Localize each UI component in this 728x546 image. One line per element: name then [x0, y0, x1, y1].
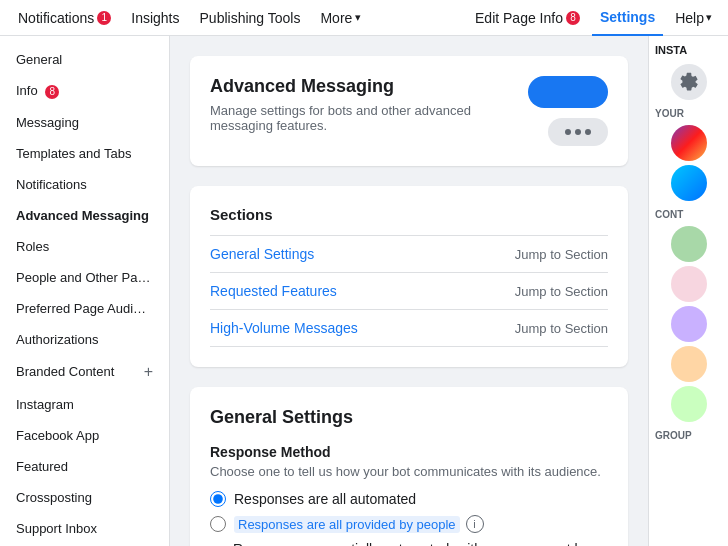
main-content: Advanced Messaging Manage settings for b…	[170, 36, 648, 546]
group-label: GROUP	[649, 426, 728, 443]
nav-publishing-tools[interactable]: Publishing Tools	[190, 0, 311, 36]
right-panel: INSTA YOUR CONT GROUP	[648, 36, 728, 546]
sidebar-item-branded-content[interactable]: Branded Content +	[0, 355, 169, 389]
section-link-requested[interactable]: Requested Features	[210, 283, 337, 299]
advanced-messaging-desc: Manage settings for bots and other advan…	[210, 103, 528, 133]
settings-label: Settings	[600, 9, 655, 25]
section-row-highvolume: High-Volume Messages Jump to Section	[210, 309, 608, 347]
your-label: YOUR	[649, 104, 728, 121]
jump-link-highvolume[interactable]: Jump to Section	[515, 321, 608, 336]
plus-icon: +	[144, 363, 153, 381]
advanced-messaging-title: Advanced Messaging	[210, 76, 528, 97]
avatar-cont2	[671, 266, 707, 302]
branded-content-label: Branded Content	[16, 364, 114, 379]
avatar-cont3	[671, 306, 707, 342]
nav-edit-page-info[interactable]: Edit Page Info 8	[467, 0, 588, 36]
sidebar-item-preferred-audience[interactable]: Preferred Page Audience	[0, 293, 169, 324]
advanced-messaging-card: Advanced Messaging Manage settings for b…	[190, 56, 628, 166]
nav-settings[interactable]: Settings	[592, 0, 663, 36]
edit-page-info-label: Edit Page Info	[475, 10, 563, 26]
sidebar-item-authorizations[interactable]: Authorizations	[0, 324, 169, 355]
sidebar-item-crossposting[interactable]: Crossposting	[0, 482, 169, 513]
sidebar-item-advanced-messaging[interactable]: Advanced Messaging	[0, 200, 169, 231]
avatar-cont1	[671, 226, 707, 262]
nav-notifications[interactable]: Notifications 1	[8, 0, 121, 36]
sidebar-item-instagram[interactable]: Instagram	[0, 389, 169, 420]
sidebar-item-info[interactable]: Info 8	[0, 75, 169, 107]
sections-title: Sections	[210, 206, 608, 223]
section-link-highvolume[interactable]: High-Volume Messages	[210, 320, 358, 336]
avatar-gear	[671, 64, 707, 100]
radio-automated-label: Responses are all automated	[234, 491, 416, 507]
section-row-general: General Settings Jump to Section	[210, 235, 608, 272]
response-method-desc: Choose one to tell us how your bot commu…	[210, 464, 608, 479]
general-settings-title: General Settings	[210, 407, 608, 428]
help-label: Help	[675, 10, 704, 26]
chevron-down-icon: ▾	[355, 11, 361, 24]
notifications-badge: 1	[97, 11, 111, 25]
cont-label: CONT	[649, 205, 728, 222]
nav-help[interactable]: Help ▾	[667, 0, 720, 36]
section-row-requested: Requested Features Jump to Section	[210, 272, 608, 309]
dot1	[565, 129, 571, 135]
sidebar-item-featured[interactable]: Featured	[0, 451, 169, 482]
radio-people[interactable]	[210, 516, 226, 532]
nav-more[interactable]: More ▾	[310, 0, 371, 36]
avatar-cont4	[671, 346, 707, 382]
sections-card: Sections General Settings Jump to Sectio…	[190, 186, 628, 367]
publishing-tools-label: Publishing Tools	[200, 10, 301, 26]
sidebar-item-support-inbox[interactable]: Support Inbox	[0, 513, 169, 544]
nav-insights[interactable]: Insights	[121, 0, 189, 36]
radio-option-partial[interactable]: Responses are partially automated, with …	[210, 541, 608, 546]
sidebar-item-notifications[interactable]: Notifications	[0, 169, 169, 200]
radio-automated[interactable]	[210, 491, 226, 507]
response-method-label: Response Method	[210, 444, 608, 460]
insta-header: INSTA	[649, 36, 728, 60]
jump-link-general[interactable]: Jump to Section	[515, 247, 608, 262]
insights-label: Insights	[131, 10, 179, 26]
edit-page-badge: 8	[566, 11, 580, 25]
dot2	[575, 129, 581, 135]
more-label: More	[320, 10, 352, 26]
sidebar-item-people-other-pages[interactable]: People and Other Pages	[0, 262, 169, 293]
avatar-cont5	[671, 386, 707, 422]
sidebar-item-roles[interactable]: Roles	[0, 231, 169, 262]
chevron-down-icon: ▾	[706, 11, 712, 24]
sidebar-item-general[interactable]: General	[0, 44, 169, 75]
top-navigation: Notifications 1 Insights Publishing Tool…	[0, 0, 728, 36]
sidebar: General Info 8 Messaging Templates and T…	[0, 36, 170, 546]
info-icon[interactable]: i	[466, 515, 484, 533]
info-badge: 8	[45, 85, 59, 99]
section-link-general[interactable]: General Settings	[210, 246, 314, 262]
dot3	[585, 129, 591, 135]
radio-people-label-highlight: Responses are all provided by people	[234, 516, 460, 533]
toggle-button[interactable]	[528, 76, 608, 108]
radio-option-automated[interactable]: Responses are all automated	[210, 491, 608, 507]
sidebar-item-facebook-app[interactable]: Facebook App	[0, 420, 169, 451]
radio-partial-label: Responses are partially automated, with …	[233, 541, 608, 546]
general-settings-card: General Settings Response Method Choose …	[190, 387, 628, 546]
dots-button[interactable]	[548, 118, 608, 146]
avatar-your2	[671, 165, 707, 201]
radio-option-people[interactable]: Responses are all provided by people i	[210, 515, 608, 533]
avatar-your	[671, 125, 707, 161]
sidebar-item-messaging[interactable]: Messaging	[0, 107, 169, 138]
sidebar-item-templates-tabs[interactable]: Templates and Tabs	[0, 138, 169, 169]
notifications-label: Notifications	[18, 10, 94, 26]
jump-link-requested[interactable]: Jump to Section	[515, 284, 608, 299]
